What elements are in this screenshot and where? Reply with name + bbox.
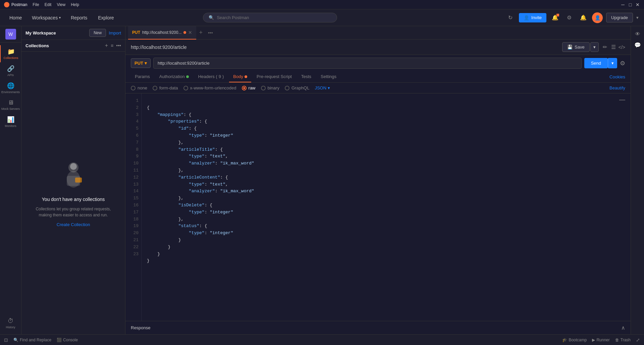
body-dot (245, 75, 247, 78)
right-panel-eye-icon[interactable]: 👁 (632, 29, 643, 40)
settings-tab[interactable]: Settings (317, 71, 340, 82)
sidebar-toggle-icon[interactable]: ⊡ (4, 337, 8, 343)
more-options-icon[interactable]: ••• (116, 43, 121, 48)
new-button[interactable]: New (89, 29, 106, 37)
home-nav[interactable]: Home (5, 13, 26, 22)
save-dropdown-arrow[interactable]: ▾ (590, 42, 599, 52)
empty-illustration (57, 159, 90, 193)
trash-btn[interactable]: 🗑 Trash (615, 338, 631, 342)
close-btn[interactable]: ✕ (635, 2, 640, 7)
body-binary-option[interactable]: binary (261, 85, 279, 90)
method-selector[interactable]: PUT ▾ (131, 58, 151, 68)
response-collapse-icon[interactable]: ∧ (621, 325, 625, 331)
tab-method: PUT (132, 30, 140, 35)
search-icon: 🔍 (209, 15, 214, 20)
tab-overflow-icon[interactable]: ••• (205, 30, 216, 36)
pre-request-tab[interactable]: Pre-request Script (253, 71, 296, 82)
apis-icon: 🔗 (7, 65, 14, 72)
authorization-tab[interactable]: Authorization (155, 71, 193, 82)
app-icon (4, 2, 9, 7)
sidebar-item-mock-servers[interactable]: 🖥 Mock Servers (0, 96, 21, 113)
json-format-selector[interactable]: JSON ▾ (315, 85, 330, 90)
app-title: Postman (4, 2, 27, 7)
sidebar-item-collections[interactable]: 📁 Collections (0, 45, 21, 62)
sidebar-item-environments[interactable]: 🌐 Environments (0, 79, 21, 96)
explore-nav[interactable]: Explore (94, 13, 118, 22)
find-replace-btn[interactable]: 🔍 Find and Replace (13, 338, 51, 342)
body-none-option[interactable]: none (131, 85, 147, 90)
runner-btn[interactable]: ▶ Runner (592, 338, 609, 342)
workspaces-nav[interactable]: Workspaces▾ (29, 13, 64, 22)
notification-bell-icon[interactable]: 🔔 (550, 12, 560, 23)
filter-icon[interactable]: ≡ (111, 43, 113, 48)
workspace-avatar[interactable]: W (5, 29, 16, 40)
minimize-editor-icon[interactable]: — (619, 96, 625, 103)
environments-icon: 🌐 (7, 82, 14, 89)
tab-close-icon[interactable]: ✕ (188, 30, 192, 35)
send-button[interactable]: Invite Send (584, 58, 608, 68)
add-collection-icon[interactable]: + (105, 43, 108, 49)
sidebar-item-history[interactable]: ⏱ History (0, 315, 21, 332)
edit-button[interactable]: ✏ (601, 43, 608, 52)
url-input[interactable] (153, 58, 582, 69)
save-button[interactable]: 💾 Save (562, 42, 590, 52)
beautify-button[interactable]: Beautify (609, 85, 625, 90)
empty-description: Collections let you group related reques… (30, 206, 117, 218)
tests-tab[interactable]: Tests (297, 71, 315, 82)
bootcamp-btn[interactable]: 🎓 Bootcamp (562, 338, 587, 342)
empty-title: You don't have any collections (42, 197, 105, 202)
trash-icon: 🗑 (615, 338, 619, 342)
create-collection-link[interactable]: Create Collection (57, 222, 90, 227)
history-icon: ⏱ (8, 318, 14, 325)
collections-section-title: Collections (25, 43, 102, 48)
params-tab[interactable]: Params (131, 71, 154, 82)
headers-tab[interactable]: Headers (9) (194, 71, 228, 82)
body-form-data-option[interactable]: form-data (153, 85, 178, 90)
menu-edit[interactable]: Edit (45, 2, 52, 7)
invite-button[interactable]: 👤 Invite (519, 13, 546, 22)
tab-dot (183, 31, 186, 34)
add-tab-icon[interactable]: + (196, 29, 205, 36)
body-tab[interactable]: Body (229, 71, 251, 82)
search-bar[interactable]: 🔍 (203, 13, 337, 22)
body-urlencoded-option[interactable]: x-www-form-urlencoded (183, 85, 236, 90)
monitors-icon: 📊 (7, 116, 14, 123)
sidebar-item-monitors[interactable]: 📊 Monitors (0, 113, 21, 130)
menu-file[interactable]: File (33, 2, 39, 7)
sync-icon[interactable]: ↻ (505, 12, 516, 23)
request-settings-icon[interactable]: ⚙ (620, 60, 625, 67)
minimize-btn[interactable]: ─ (621, 2, 625, 7)
response-title: Response (131, 325, 621, 330)
code-editor[interactable]: { "mappings": { "properties": { "id": { … (142, 93, 631, 321)
body-raw-option[interactable]: raw (242, 85, 256, 90)
cookies-link[interactable]: Cookies (609, 74, 625, 79)
svg-point-2 (70, 163, 77, 170)
mock-servers-label: Mock Servers (1, 107, 20, 111)
reports-nav[interactable]: Reports (67, 13, 91, 22)
line-numbers: 1234567891011121314151617181920212223 (125, 93, 142, 321)
menu-view[interactable]: View (57, 2, 65, 7)
body-graphql-option[interactable]: GraphQL (285, 85, 309, 90)
upgrade-button[interactable]: Upgrade (606, 13, 633, 22)
settings-gear-icon[interactable]: ⚙ (564, 12, 575, 23)
raw-view-button[interactable]: ☰ (611, 44, 616, 50)
runner-icon: ▶ (592, 338, 595, 342)
alerts-icon[interactable]: 🔔 (578, 12, 589, 23)
upgrade-arrow[interactable]: ▾ (636, 15, 639, 20)
auth-dot (186, 75, 189, 78)
search-input[interactable] (217, 15, 331, 20)
apis-label: APIs (7, 73, 14, 77)
request-tab[interactable]: PUT http://localhost:9200... ✕ (128, 26, 196, 40)
send-dropdown-button[interactable]: ▾ (608, 58, 617, 68)
console-btn[interactable]: ⬛ Console (57, 338, 78, 342)
expand-icon[interactable]: ⤢ (636, 337, 640, 343)
invite-icon: 👤 (524, 15, 529, 20)
import-button[interactable]: Import (109, 30, 121, 36)
menu-help[interactable]: Help (71, 2, 79, 7)
sidebar-item-apis[interactable]: 🔗 APIs (0, 62, 21, 79)
maximize-btn[interactable]: □ (628, 2, 633, 7)
code-view-button[interactable]: </> (619, 45, 625, 50)
avatar[interactable]: 👤 (592, 12, 603, 23)
right-panel-comment-icon[interactable]: 💬 (632, 40, 643, 50)
collections-label: Collections (3, 56, 18, 60)
